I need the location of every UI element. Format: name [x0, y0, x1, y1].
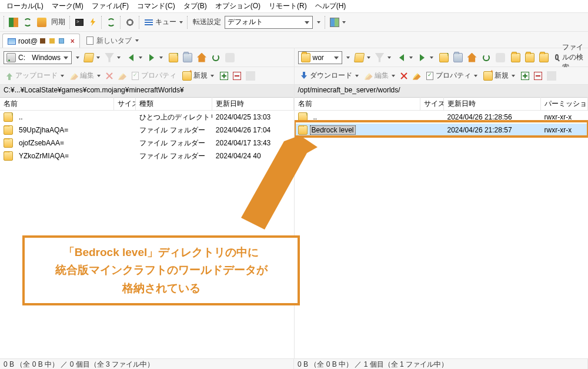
- local-nav-back[interactable]: [125, 50, 144, 65]
- nav-right-icon: [420, 54, 425, 61]
- file-row[interactable]: 59UpZjhaAQA= ファイル フォルダー 2024/04/26 17:04: [0, 124, 294, 137]
- download-button[interactable]: ダウンロード: [298, 68, 360, 84]
- settings-button[interactable]: [123, 15, 136, 30]
- local-nav-fwd[interactable]: [145, 50, 165, 65]
- terminal-button[interactable]: [73, 15, 86, 30]
- local-props-button[interactable]: プロパティ: [129, 68, 178, 84]
- remote-file-list[interactable]: .. 2024/04/26 21:28:56 rwxr-xr-x Bedrock…: [295, 111, 589, 358]
- local-home-button[interactable]: [195, 50, 208, 65]
- remote-props-button[interactable]: プロパティ: [424, 68, 479, 84]
- remote-drive-dd[interactable]: [343, 50, 352, 65]
- menu-mark[interactable]: マーク(M): [48, 0, 88, 12]
- sync-button1[interactable]: [21, 15, 34, 30]
- local-address[interactable]: C:¥...¥LocalState¥games¥com.mojang¥minec…: [0, 85, 294, 98]
- sync-label-button[interactable]: 同期: [49, 15, 67, 30]
- remote-rename-button[interactable]: [411, 68, 423, 84]
- parent-dir-row[interactable]: .. 2024/04/26 21:28:56 rwxr-xr-x: [295, 111, 589, 124]
- remote-address[interactable]: /opt/minecraft_be_server/worlds/: [295, 85, 589, 98]
- local-bookmark-button[interactable]: [244, 68, 257, 84]
- local-drive-dd[interactable]: [73, 50, 81, 65]
- remote-plus-button[interactable]: [519, 68, 531, 84]
- remote-parent-button[interactable]: [437, 50, 450, 65]
- col-size[interactable]: サイズ: [114, 97, 136, 111]
- session-tab-bar: root@ × 新しいタブ: [0, 32, 588, 48]
- remote-filter-button[interactable]: [373, 50, 393, 65]
- col-date[interactable]: 更新日時: [444, 97, 541, 111]
- session-tab[interactable]: root@ ×: [2, 34, 80, 48]
- transfer-settings-label: 転送設定: [193, 17, 221, 27]
- remote-home-button[interactable]: [466, 50, 479, 65]
- find-files-button[interactable]: ファイルの検索: [553, 50, 586, 65]
- layout-button[interactable]: [328, 15, 348, 30]
- remote-open-button[interactable]: [353, 50, 372, 65]
- menu-tab[interactable]: タブ(B): [179, 0, 211, 12]
- menu-command[interactable]: コマンド(C): [133, 0, 179, 12]
- col-size[interactable]: サイズ: [420, 97, 444, 111]
- remote-nav-fwd[interactable]: [416, 50, 435, 65]
- dual-pane: C: Windows アップロード 編集 プロパティ 新規: [0, 48, 588, 358]
- remote-fav3[interactable]: [537, 50, 550, 65]
- remote-edit-button[interactable]: 編集: [363, 68, 397, 84]
- local-drive-combo[interactable]: C: Windows: [4, 51, 72, 64]
- remote-refresh-button[interactable]: [480, 50, 493, 65]
- search-icon: [555, 54, 559, 60]
- sync-compare-button[interactable]: [7, 15, 20, 30]
- file-row[interactable]: ojofZsebAAA= ファイル フォルダー 2024/04/17 13:43: [0, 137, 294, 149]
- close-tab-icon[interactable]: ×: [71, 37, 75, 45]
- sync-mirror-button[interactable]: [35, 15, 48, 30]
- remote-new-button[interactable]: 新規: [482, 68, 517, 84]
- col-type[interactable]: 種類: [136, 97, 212, 111]
- local-sync-browse-button[interactable]: [223, 50, 236, 65]
- rename-icon: [118, 72, 126, 80]
- status-remote: 0 B （全 0 B 中） ／ 1 個目（全 1 ファイル中）: [294, 359, 588, 369]
- local-filter-button[interactable]: [103, 50, 122, 65]
- menu-help[interactable]: ヘルプ(H): [311, 0, 350, 12]
- remote-root-button[interactable]: [452, 50, 465, 65]
- remote-delete-button[interactable]: [398, 68, 410, 84]
- file-row-selected[interactable]: Bedrock level 2024/04/26 21:28:57 rwxr-x…: [295, 124, 589, 137]
- menu-local[interactable]: ローカル(L): [2, 0, 48, 12]
- callout-line: 「Bedrock level」ディレクトリの中に: [32, 244, 290, 261]
- col-date[interactable]: 更新日時: [212, 97, 294, 111]
- menu-remote[interactable]: リモート(R): [265, 0, 311, 12]
- remote-nav-back[interactable]: [395, 50, 415, 65]
- download-icon: [300, 72, 308, 80]
- new-tab-button[interactable]: 新しいタブ: [81, 34, 143, 48]
- transfer-settings-button[interactable]: [314, 15, 322, 30]
- local-open-button[interactable]: [82, 50, 102, 65]
- home-icon: [197, 53, 206, 62]
- folder-icon: [301, 53, 310, 62]
- queue-button[interactable]: キュー: [142, 15, 185, 30]
- remote-fav1[interactable]: [509, 50, 522, 65]
- menu-file[interactable]: ファイル(F): [88, 0, 133, 12]
- bolt-button[interactable]: [87, 15, 99, 30]
- upload-button[interactable]: アップロード: [4, 68, 66, 84]
- menu-option[interactable]: オプション(O): [211, 0, 265, 12]
- remote-drive-combo[interactable]: wor: [298, 51, 342, 64]
- remote-sync-browse-button[interactable]: [494, 50, 507, 65]
- session-color-swatch: [40, 38, 45, 44]
- remote-fav2[interactable]: [523, 50, 536, 65]
- new-tab-icon: [86, 36, 93, 45]
- remote-bookmark-button[interactable]: [545, 68, 558, 84]
- local-rename-button[interactable]: [116, 68, 128, 84]
- local-delete-button[interactable]: [103, 68, 115, 84]
- local-root-button[interactable]: [181, 50, 194, 65]
- local-file-list[interactable]: .. ひとつ上のディレクトリ 2024/04/25 13:03 59UpZjha…: [0, 111, 294, 358]
- local-edit-button[interactable]: 編集: [68, 68, 102, 84]
- remote-minus-button[interactable]: [532, 68, 544, 84]
- local-refresh-button[interactable]: [209, 50, 222, 65]
- local-plus-button[interactable]: [218, 68, 230, 84]
- local-file-header: 名前 サイズ 種類 更新日時: [0, 98, 294, 111]
- col-name[interactable]: 名前: [295, 97, 420, 111]
- annotation-callout: 「Bedrock level」ディレクトリの中に 統合版マインクラフトのワールド…: [22, 235, 300, 305]
- local-minus-button[interactable]: [231, 68, 243, 84]
- transfer-preset-combo[interactable]: デフォルト: [225, 16, 313, 29]
- sync-toggle-button[interactable]: [105, 15, 118, 30]
- col-name[interactable]: 名前: [0, 97, 114, 111]
- parent-dir-row[interactable]: .. ひとつ上のディレクトリ 2024/04/25 13:03: [0, 111, 294, 124]
- col-perm[interactable]: パーミッション: [541, 97, 588, 111]
- local-parent-button[interactable]: [167, 50, 180, 65]
- file-row[interactable]: YZkoZrMIAQA= ファイル フォルダー 2024/04/24 40: [0, 149, 294, 162]
- local-new-button[interactable]: 新規: [181, 68, 216, 84]
